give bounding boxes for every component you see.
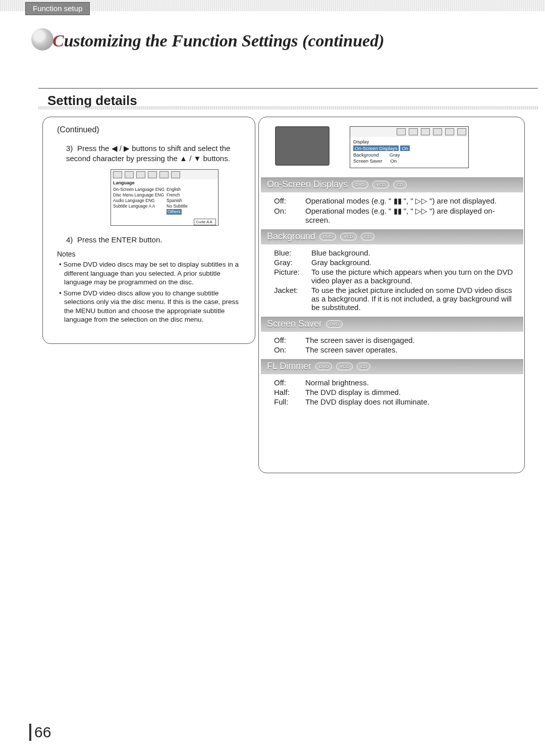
langbox-code: Code A A	[194, 219, 216, 225]
step-3-num: 3)	[66, 143, 77, 154]
mini-icon	[433, 128, 442, 135]
mini-icon	[457, 128, 466, 135]
badge-vcd: VCD	[372, 181, 389, 188]
badge-vcd: VCD	[336, 363, 353, 370]
langbox-row: On-Screen Language ENG	[113, 187, 165, 192]
title-initial: C	[52, 31, 64, 50]
bar-onscreen-displays: On-Screen Displays DVD VCD CD	[261, 177, 523, 192]
bar-screen-saver: Screen Saver DVD	[261, 317, 523, 332]
osdbox-title: Display	[353, 139, 465, 145]
mini-icon	[445, 128, 454, 135]
globe-icon	[31, 28, 53, 51]
opt-key: Off:	[274, 378, 302, 387]
left-panel: (Continued) 3)Press the ◀ / ▶ buttons to…	[42, 117, 255, 344]
mini-icon	[136, 171, 145, 178]
osdbox-row-key: Screen Saver	[353, 158, 383, 164]
opt-key: Jacket:	[274, 286, 308, 312]
opt-val: The screen saver is disengaged.	[305, 336, 415, 344]
section-underband	[38, 106, 538, 110]
mini-icon	[159, 171, 169, 178]
langbox-opt: English	[167, 187, 216, 192]
osdbox-row-key: Background	[353, 152, 379, 158]
opt-val: To use the picture which appears when yo…	[311, 268, 514, 285]
display-osd-illustration: Display On-Screen Displays On Background…	[350, 126, 469, 168]
opt-key: Off:	[274, 336, 302, 344]
opt-key: Picture:	[274, 268, 308, 285]
badge-vcd: VCD	[340, 233, 357, 240]
title-rest: ustomizing the Function Settings (contin…	[64, 31, 385, 50]
badge-cd: CD	[357, 363, 370, 370]
display-preview: Display On-Screen Displays On Background…	[275, 126, 514, 168]
note-item: Some DVD video discs allow you to change…	[59, 289, 245, 324]
opt-val: To use the jacket picture included on so…	[311, 286, 514, 312]
langbox-opt: French	[167, 192, 216, 198]
mini-icon	[397, 128, 406, 135]
mini-icon	[171, 171, 180, 178]
continued-label: (Continued)	[57, 125, 245, 134]
bar-fl-dimmer: FL Dimmer DVD VCD CD	[261, 359, 523, 374]
osdbox-row-val: Gray	[390, 152, 400, 158]
opt-val: The DVD display is dimmed.	[305, 388, 401, 396]
opt-key: Blue:	[274, 248, 308, 257]
step-4: 4)Press the ENTER button.	[66, 235, 245, 245]
badge-dvd: DVD	[352, 181, 368, 188]
badge-cd: CD	[393, 181, 407, 188]
header-tab: Function setup	[25, 2, 90, 15]
langbox-opt: No Subtitle	[167, 204, 216, 209]
langbox-row: Disc Menu Language ENG	[113, 192, 165, 198]
bar-title: On-Screen Displays	[267, 179, 348, 190]
opt-val: The DVD display does not illuminate.	[305, 397, 429, 406]
bar-title: Background	[267, 231, 315, 242]
langbox-opt: Spanish	[167, 198, 216, 204]
bar-title: Screen Saver	[267, 319, 322, 329]
badge-dvd: DVD	[315, 363, 332, 370]
step-4-num: 4)	[66, 235, 77, 245]
mini-icon	[421, 128, 430, 135]
osdbox-row-val: On	[400, 145, 410, 151]
opt-key: Off:	[274, 196, 302, 206]
mini-icon	[113, 171, 122, 178]
bar-background: Background DVD VCD CD	[261, 229, 523, 244]
bar-title: FL Dimmer	[267, 361, 311, 372]
langbox-row: Subtitle Language A A	[113, 204, 165, 209]
badge-dvd: DVD	[319, 233, 336, 240]
right-panel: Display On-Screen Displays On Background…	[258, 117, 525, 473]
step-3: 3)Press the ◀ / ▶ buttons to shift and s…	[66, 143, 245, 164]
page-number: 66	[29, 724, 51, 741]
opt-val: Operational modes (e.g. " ▮▮ ", " ▷▷ ") …	[305, 196, 497, 206]
opt-val: Operational modes (e.g. " ▮▮ ", " ▷▷ ") …	[305, 207, 514, 224]
notes-heading: Notes	[57, 250, 245, 258]
osdbox-row-val: On	[390, 158, 397, 164]
opt-key: Gray:	[274, 258, 308, 267]
notes-list: Some DVD video discs may be set to displ…	[59, 260, 245, 324]
opt-key: On:	[274, 207, 302, 224]
opt-key: On:	[274, 345, 302, 354]
step-4-text: Press the ENTER button.	[77, 235, 162, 244]
step-3-text: Press the ◀ / ▶ buttons to shift and sel…	[66, 144, 230, 163]
opt-key: Half:	[274, 388, 302, 396]
opt-val: The screen saver operates.	[305, 345, 398, 354]
mini-icon	[148, 171, 157, 178]
mini-icon	[409, 128, 418, 135]
langbox-title: Language	[111, 179, 218, 185]
badge-cd: CD	[361, 233, 374, 240]
badge-dvd: DVD	[326, 320, 343, 328]
section-header: Setting details	[38, 88, 538, 114]
language-osd-illustration: Language On-Screen Language ENG Disc Men…	[111, 169, 219, 226]
osdbox-row-key: On-Screen Displays	[353, 145, 399, 151]
note-item: Some DVD video discs may be set to displ…	[59, 260, 245, 287]
opt-val: Blue background.	[311, 248, 370, 257]
langbox-row: Audio Language ENG	[113, 198, 165, 204]
langbox-other-highlight: Others	[167, 209, 182, 215]
mini-icon	[125, 171, 134, 178]
opt-key: Full:	[274, 397, 302, 406]
opt-val: Normal brightness.	[305, 378, 369, 387]
tv-icon	[275, 126, 330, 166]
page-title: Customizing the Function Settings (conti…	[31, 31, 385, 51]
opt-val: Gray background.	[311, 258, 371, 267]
